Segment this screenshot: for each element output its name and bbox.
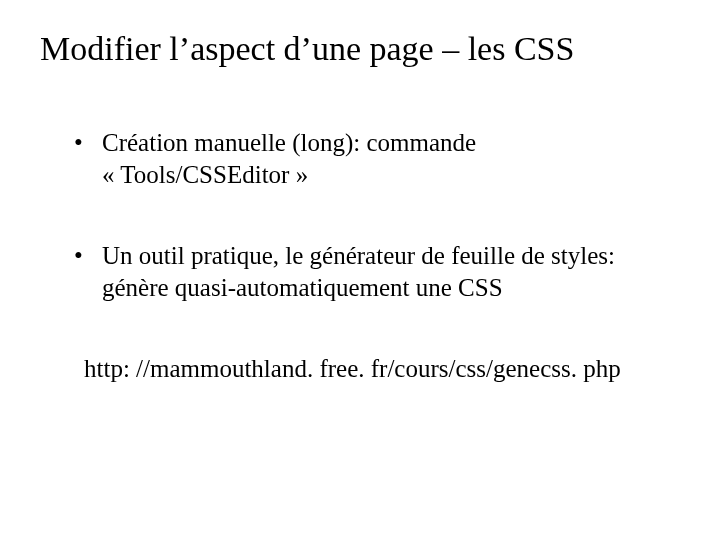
slide-title: Modifier l’aspect d’une page – les CSS — [40, 28, 680, 71]
link-text: http: //mammouthland. free. fr/cours/css… — [84, 353, 680, 386]
slide: Modifier l’aspect d’une page – les CSS C… — [0, 0, 720, 540]
bullet-item: Un outil pratique, le générateur de feui… — [84, 240, 680, 305]
bullet-item: Création manuelle (long): commande « Too… — [84, 127, 680, 192]
bullet-list: Création manuelle (long): commande « Too… — [40, 127, 680, 305]
